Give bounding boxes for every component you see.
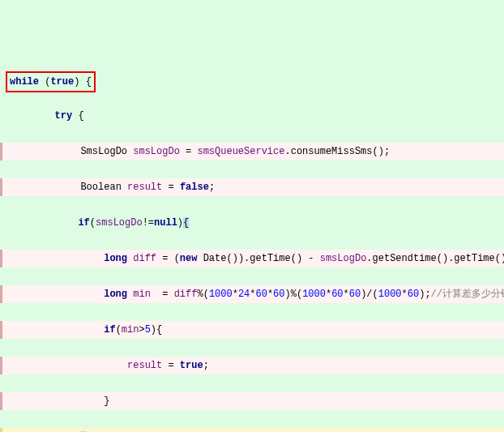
code-line-ifmin: if(min>5){ (0, 321, 504, 339)
code-line-min: long min = diff%(1000*24*60*60)%(1000*60… (0, 285, 504, 303)
type: Boolean (80, 182, 121, 193)
comment: //计算差多少分钟 (431, 289, 504, 300)
brace-hl: { (183, 217, 189, 229)
kw-new: new (180, 253, 198, 264)
kw-long: long (104, 253, 127, 264)
var: smsQueueService (197, 146, 284, 157)
code-line-result-true: result = true; (0, 357, 504, 374)
kw-null: null (154, 217, 177, 229)
type: SmsLogDo (80, 146, 127, 157)
code-line-closebrace-hl: } (0, 428, 504, 432)
code-line-while: while (true) { (0, 71, 504, 89)
code-line-ifnull: if(smsLogDo!=null){ (0, 214, 504, 232)
var: smsLogDo (133, 146, 180, 157)
var: result (127, 182, 162, 193)
code-line-diff: long diff = (new Date()).getTime() - sms… (0, 250, 504, 267)
kw-if: if (78, 217, 89, 229)
code-line-try: try { (0, 107, 504, 125)
code-line-bool: Boolean result = false; (0, 178, 504, 196)
code-line-closebrace: } (0, 392, 504, 410)
kw-while: while (10, 76, 39, 88)
kw-true: true (50, 76, 74, 88)
kw-false: false (180, 182, 209, 193)
code-line-consume: SmsLogDo smsLogDo = smsQueueService.cons… (0, 143, 504, 160)
kw-try: try (55, 110, 73, 122)
